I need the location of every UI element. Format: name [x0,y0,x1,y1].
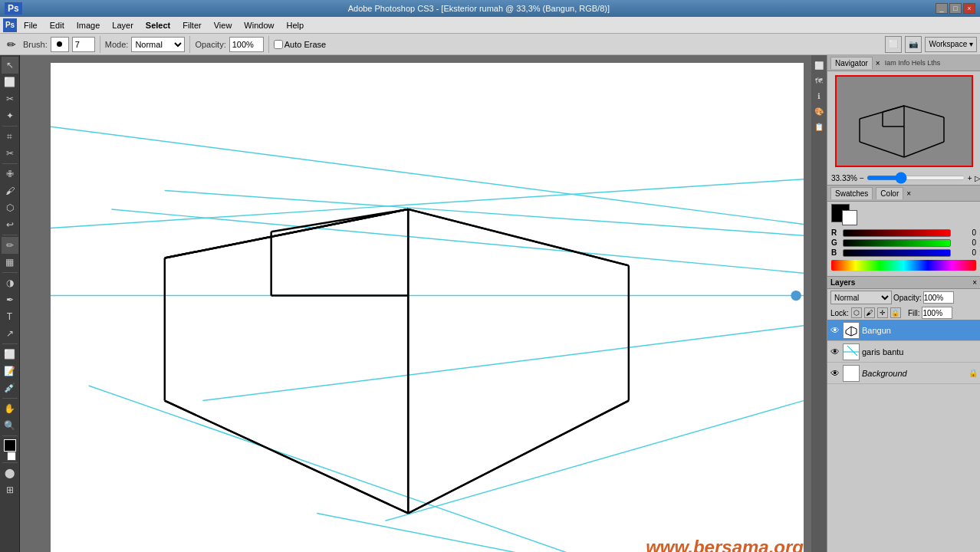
blend-mode-select[interactable]: Normal [830,291,892,304]
menu-file[interactable]: File [18,19,43,31]
right-panels: Navigator × Iam Info Hels Lths [827,55,980,552]
lock-position-btn[interactable]: ✛ [877,307,888,318]
background-color[interactable] [842,210,857,225]
tool-mask[interactable]: ⬤ [2,465,18,481]
close-btn[interactable]: × [963,3,975,14]
layer-item-bangun[interactable]: 👁 Bangun [827,320,980,341]
canvas-area[interactable]: www.bersama.org 33.33% ▶ Doc: 24.9M/27.5… [20,55,811,552]
layer-item-background[interactable]: 👁 Background 🔒 [827,363,980,384]
zoom-max-btn[interactable]: ▷ [975,172,980,183]
swatches-tab[interactable]: Swatches [830,187,873,199]
g-slider[interactable] [843,239,951,247]
other-tabs[interactable]: Iam Info Hels Lths [885,59,941,67]
panel-icon-info[interactable]: ℹ [812,89,826,103]
svg-line-8 [89,386,584,552]
layer-thumb-background [843,365,860,382]
auto-erase-checkbox[interactable]: Auto Erase [274,40,326,49]
menu-image[interactable]: Image [71,19,106,31]
lock-image-btn[interactable]: 🖌 [864,307,875,318]
color-header: Swatches Color × [827,186,980,202]
tool-dodge[interactable]: ◑ [2,274,18,291]
navigator-close[interactable]: × [876,59,880,67]
lock-all-btn[interactable]: 🔒 [890,307,901,318]
toolbar-sep-1 [100,36,100,53]
panel-icon-nav[interactable]: 🗺 [812,74,826,87]
layer-visibility-bangun[interactable]: 👁 [830,325,840,336]
menubar: Ps File Edit Image Layer Select Filter V… [0,17,980,34]
opacity-label: Opacity: [893,294,922,302]
tool-gradient[interactable]: ▦ [2,254,18,271]
zoom-in-btn[interactable]: + [968,172,972,183]
opacity-input[interactable] [229,37,264,52]
zoom-slider[interactable] [867,176,965,180]
minimize-btn[interactable]: _ [936,3,948,14]
tool-screen[interactable]: ⊞ [2,481,18,498]
navigator-header: Navigator × Iam Info Hels Lths [827,55,980,71]
color-tab[interactable]: Color [876,187,903,199]
layers-title: Layers [830,278,969,287]
tool-shape[interactable]: ⬜ [2,346,18,363]
layer-visibility-background[interactable]: 👁 [830,368,840,379]
svg-line-19 [408,209,629,265]
menu-window[interactable]: Window [238,19,279,31]
blue-channel-row: B 0 [827,248,980,258]
menu-filter[interactable]: Filter [177,19,206,31]
lock-transparent-btn[interactable]: ⬡ [851,307,862,318]
panel-icon-tools[interactable]: ⬜ [812,58,826,72]
workspace-button[interactable]: Workspace ▾ [925,37,977,52]
tool-eyedropper[interactable]: 💉 [2,380,18,396]
layer-visibility-garis-bantu[interactable]: 👁 [830,347,840,357]
panel-icon-color[interactable]: 🎨 [812,104,826,118]
color-spectrum[interactable] [831,260,976,271]
tool-crop[interactable]: ⌗ [2,128,18,145]
b-slider[interactable] [843,249,951,257]
menu-view[interactable]: View [209,19,238,31]
tool-move[interactable]: ↖ [2,57,18,74]
svg-line-0 [51,127,804,224]
fill-value-input[interactable] [922,307,952,319]
tool-lasso[interactable]: ✂ [2,90,18,107]
tool-type[interactable]: T [2,308,18,325]
layer-item-garis-bantu[interactable]: 👁 garis bantu [827,341,980,363]
navigator-panel: Navigator × Iam Info Hels Lths [827,55,980,186]
ps-icon: Ps [3,18,17,32]
menu-edit[interactable]: Edit [44,19,70,31]
fg-color-swatch[interactable] [4,439,16,452]
navigator-preview-svg [837,77,972,166]
opacity-value-input[interactable] [923,291,954,304]
tool-healing[interactable]: ✙ [2,166,18,182]
tool-slice[interactable]: ✂ [2,145,18,162]
tool-history-brush[interactable]: ↩ [2,216,18,233]
menu-layer[interactable]: Layer [107,19,139,31]
zoom-out-btn[interactable]: − [860,172,864,183]
tool-clone[interactable]: ⬡ [2,199,18,216]
layers-close[interactable]: × [972,278,977,287]
color-close[interactable]: × [906,189,911,198]
mode-select[interactable]: Normal [131,37,185,52]
history-btn[interactable]: ⬜ [885,36,902,53]
tool-notes[interactable]: 📝 [2,363,18,380]
tool-sep-7 [2,435,18,436]
menu-select[interactable]: Select [140,19,176,31]
tool-brush[interactable]: 🖌 [2,182,18,199]
svg-line-3 [111,209,804,273]
bg-color-swatch[interactable] [7,452,16,461]
fill-label: Fill: [908,309,920,317]
brush-preview[interactable] [51,37,69,52]
brush-size-input[interactable] [72,37,95,52]
camera-btn[interactable]: 📷 [905,36,922,53]
tool-zoom[interactable]: 🔍 [2,417,18,434]
panel-icon-layers[interactable]: 📋 [812,120,826,133]
menu-help[interactable]: Help [281,19,309,31]
tool-marquee[interactable]: ⬜ [2,74,18,90]
g-value: 0 [953,238,976,247]
tool-path-sel[interactable]: ↗ [2,325,18,342]
tool-magic-wand[interactable]: ✦ [2,107,18,124]
r-slider[interactable] [843,229,951,237]
svg-point-9 [791,291,801,301]
navigator-tab[interactable]: Navigator [830,57,873,69]
tool-hand[interactable]: ✋ [2,400,18,417]
tool-pen[interactable]: ✒ [2,291,18,308]
tool-eraser[interactable]: ✏ [2,237,18,254]
restore-btn[interactable]: □ [949,3,962,14]
